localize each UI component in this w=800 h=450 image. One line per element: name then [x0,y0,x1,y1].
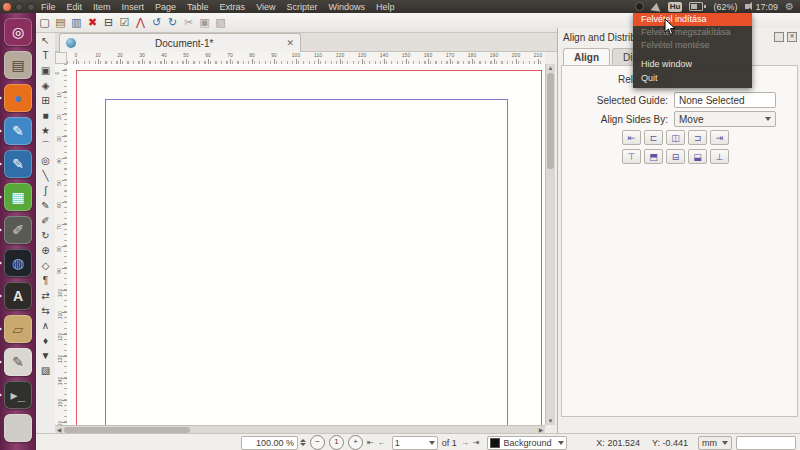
session-gear-icon[interactable]: ⚙ [785,2,794,12]
network-icon[interactable] [650,2,661,11]
close-window-button[interactable] [3,3,11,11]
firefox-icon[interactable]: ● [4,84,32,112]
insert-render-frame-tool[interactable]: ◈ [36,78,55,93]
status-extra-field[interactable] [736,436,796,450]
new-document-button[interactable]: ▢ [37,15,52,30]
a-app-icon[interactable]: A [4,282,32,310]
redo-button[interactable]: ↻ [165,15,180,30]
terminal-icon[interactable]: ▸_ [4,381,32,409]
story-editor-tool[interactable]: ¶ [36,273,55,288]
layer-select[interactable]: Background [487,436,567,450]
close-document-button[interactable]: ✖ [85,15,100,30]
tab-close-icon[interactable]: ✕ [286,38,294,48]
open-document-button[interactable]: ▤ [53,15,68,30]
menubar-item[interactable]: Help [376,2,395,12]
globe-app-icon[interactable]: ◍ [4,249,32,277]
partial-app-icon[interactable] [4,414,32,442]
folder-app-icon[interactable]: ▱ [4,315,32,343]
libreoffice-calc-icon[interactable]: ▦ [4,183,32,211]
insert-image-frame-tool[interactable]: ▣ [36,63,55,78]
menubar-item[interactable]: File [41,2,56,12]
panel-tab[interactable]: Align [563,48,610,66]
insert-spiral-tool[interactable]: ◎ [36,153,55,168]
align-top-button[interactable]: ⬒ [644,149,663,164]
align-left-anchor-button[interactable]: ⇤ [622,130,641,145]
zoom-out-button[interactable]: − [310,435,325,450]
panel-close-button[interactable]: ✕ [787,32,797,42]
menu-item[interactable]: Hide window [633,58,752,71]
previous-page-button[interactable]: ← [378,438,386,447]
align-sides-select[interactable]: Move [674,111,776,127]
align-bottom-button[interactable]: ⬓ [688,149,707,164]
menubar-item[interactable]: Insert [122,2,145,12]
center-horizontal-button[interactable]: ⊟ [666,149,685,164]
align-right-button[interactable]: ⊐ [688,130,707,145]
canvas[interactable] [67,64,545,425]
insert-calligraphic-tool[interactable]: ✐ [36,213,55,228]
cut-button[interactable]: ✂ [181,15,196,30]
panel-float-button[interactable] [774,32,784,42]
undo-button[interactable]: ↺ [149,15,164,30]
menubar-item[interactable]: Windows [329,2,366,12]
minimize-window-button[interactable] [15,3,23,11]
page[interactable] [76,70,542,425]
unlink-frames-tool[interactable]: ⇆ [36,303,55,318]
clock[interactable]: 17:09 [756,2,779,12]
scroll-up-arrow[interactable]: ▲ [547,64,554,72]
menubar-item[interactable]: Edit [67,2,83,12]
zoom-100-button[interactable]: 1 [329,435,344,450]
copy-button[interactable]: ▣ [197,15,212,30]
maximize-window-button[interactable] [27,3,35,11]
zoom-spin-buttons[interactable] [300,439,306,446]
menu-item[interactable]: Felvétel mentése [633,39,752,52]
menubar-item[interactable]: View [256,2,275,12]
measurements-tool[interactable]: ∧ [36,318,55,333]
menu-item[interactable]: Quit [633,72,752,85]
last-page-button[interactable]: ⇥ [473,438,480,447]
scroll-down-arrow[interactable]: ▼ [547,417,554,425]
recorder-applet-icon[interactable] [635,2,644,11]
menu-item[interactable]: Felvétel indítása [633,13,752,26]
print-button[interactable]: ⊟ [101,15,116,30]
zoom-in-button[interactable]: + [348,435,363,450]
insert-text-frame-tool[interactable]: T [36,48,55,63]
document-tab[interactable]: Document-1* ✕ [59,33,301,52]
file-manager-icon[interactable]: ▤ [4,51,32,79]
align-bottom-anchor-button[interactable]: ⊥ [710,149,729,164]
insert-table-tool[interactable]: ⊞ [36,93,55,108]
menubar-item[interactable]: Table [187,2,209,12]
insert-arc-tool[interactable]: ⌒ [36,138,55,153]
scribus-icon[interactable]: ✎ [4,117,32,145]
link-frames-tool[interactable]: ⇄ [36,288,55,303]
select-tool[interactable]: ↖ [36,33,55,48]
align-top-anchor-button[interactable]: ⊤ [622,149,641,164]
export-pdf-button[interactable]: ⋀ [133,15,148,30]
preflight-verifier-button[interactable]: ☑ [117,15,132,30]
text-editor-icon[interactable]: ✎ [4,348,32,376]
zoom-level-field[interactable]: 100.00 % [241,436,298,450]
rotate-item-tool[interactable]: ↻ [36,228,55,243]
vertical-scrollbar-thumb[interactable] [547,73,554,169]
next-page-button[interactable]: → [461,438,469,447]
gimp-icon[interactable]: ✐ [4,216,32,244]
menubar-item[interactable]: Item [93,2,111,12]
pdf-tools[interactable]: ▨ [36,363,55,378]
insert-freehand-tool[interactable]: ✎ [36,198,55,213]
copy-properties-tool[interactable]: ♦ [36,333,55,348]
menubar-item[interactable]: Page [155,2,176,12]
insert-bezier-tool[interactable]: ʃ [36,183,55,198]
zoom-tool[interactable]: ⊕ [36,243,55,258]
save-document-button[interactable]: ▥ [69,15,84,30]
insert-shape-tool[interactable]: ■ [36,108,55,123]
volume-icon[interactable] [745,4,749,9]
edit-contents-tool[interactable]: ◇ [36,258,55,273]
dash-home-icon[interactable]: ◎ [4,18,32,46]
center-vertical-button[interactable]: ◫ [666,130,685,145]
eye-dropper-tool[interactable]: ▼ [36,348,55,363]
vertical-scrollbar[interactable]: ▲ ▼ [545,64,555,425]
align-right-anchor-button[interactable]: ⇥ [710,130,729,145]
ruler-origin-box[interactable] [55,52,67,64]
battery-indicator[interactable] [689,2,706,11]
scribus-doc-icon[interactable]: ✎ [4,150,32,178]
align-left-button[interactable]: ⊏ [644,130,663,145]
